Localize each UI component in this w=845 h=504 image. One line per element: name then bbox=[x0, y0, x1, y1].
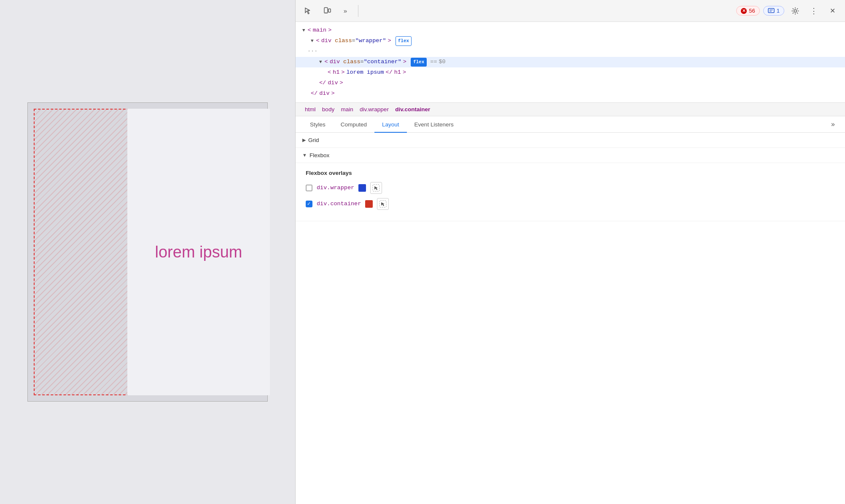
tree-arrow: ▼ bbox=[302, 27, 305, 35]
gear-icon bbox=[791, 7, 799, 15]
flexbox-overlays-title: Flexbox overlays bbox=[306, 170, 835, 176]
close-devtools-button[interactable]: ✕ bbox=[825, 3, 840, 19]
container-overlay-label: div.container bbox=[317, 201, 361, 207]
tree-line-container[interactable]: ▼ <div class="container" > flex == $0 bbox=[296, 57, 845, 67]
wrapper-overlay-checkbox[interactable] bbox=[306, 185, 312, 191]
cursor-icon bbox=[372, 184, 380, 192]
page-frame: lorem ipsum bbox=[27, 102, 268, 402]
tree-line-close-wrapper[interactable]: </div> bbox=[296, 88, 845, 99]
lorem-ipsum-text: lorem ipsum bbox=[155, 243, 242, 261]
chevron-right-icon: » bbox=[344, 7, 347, 14]
more-tools-button[interactable]: » bbox=[338, 3, 353, 19]
tab-event-listeners[interactable]: Event Listeners bbox=[407, 117, 461, 133]
devtools-panel: » ✕ 56 1 ⋮ bbox=[295, 0, 845, 504]
tree-line-close-container[interactable]: </div> bbox=[296, 78, 845, 88]
flexbox-section-content: Flexbox overlays div.wrapper div.contain… bbox=[296, 163, 845, 221]
message-count: 1 bbox=[777, 8, 780, 14]
layout-panel: ▶ Grid ▼ Flexbox Flexbox overlays div.wr… bbox=[296, 133, 845, 504]
breadcrumb-container[interactable]: div.container bbox=[393, 105, 433, 113]
message-icon bbox=[768, 8, 775, 13]
breadcrumb-body[interactable]: body bbox=[320, 105, 337, 113]
tree-line-h1[interactable]: <h1> lorem ipsum </h1> bbox=[296, 67, 845, 78]
wrapper-highlight-button[interactable] bbox=[370, 182, 382, 194]
flexbox-expanded-arrow: ▼ bbox=[302, 153, 307, 158]
breadcrumb-main[interactable]: main bbox=[338, 105, 355, 113]
device-toolbar-button[interactable] bbox=[319, 3, 334, 19]
tree-line-dots[interactable]: ··· bbox=[296, 46, 845, 57]
wrapper-overlay-label: div.wrapper bbox=[317, 185, 354, 191]
breadcrumb: html body main div.wrapper div.container bbox=[296, 103, 845, 116]
breadcrumb-wrapper[interactable]: div.wrapper bbox=[357, 105, 391, 113]
content-area: lorem ipsum bbox=[127, 109, 270, 395]
tab-styles[interactable]: Styles bbox=[302, 117, 333, 133]
svg-point-6 bbox=[794, 10, 797, 12]
message-badge[interactable]: 1 bbox=[763, 6, 784, 16]
container-highlight-button[interactable] bbox=[377, 198, 389, 210]
svg-rect-1 bbox=[328, 9, 331, 12]
grid-section-label: Grid bbox=[308, 137, 319, 143]
tree-arrow: ▼ bbox=[311, 37, 314, 45]
inspect-element-button[interactable] bbox=[301, 3, 316, 19]
cursor-icon bbox=[379, 200, 387, 208]
tree-line-wrapper[interactable]: ▼ <div class="wrapper" > flex bbox=[296, 36, 845, 46]
toolbar-separator bbox=[358, 5, 358, 17]
container-color-swatch[interactable] bbox=[365, 200, 373, 208]
devtools-toolbar: » ✕ 56 1 ⋮ bbox=[296, 0, 845, 22]
container-overlay-checkbox[interactable] bbox=[306, 201, 312, 207]
tree-line-main[interactable]: ▼ <main> bbox=[296, 25, 845, 36]
flexbox-section-label: Flexbox bbox=[309, 152, 329, 158]
breadcrumb-html[interactable]: html bbox=[302, 105, 318, 113]
flex-badge-wrapper: flex bbox=[396, 36, 412, 46]
settings-button[interactable] bbox=[788, 3, 803, 19]
tabs-bar: Styles Computed Layout Event Listeners » bbox=[296, 116, 845, 133]
close-icon: ✕ bbox=[830, 7, 835, 15]
svg-point-2 bbox=[326, 12, 326, 13]
tab-more-button[interactable]: » bbox=[828, 116, 838, 132]
overlay-row-container: div.container bbox=[306, 198, 835, 210]
flexbox-section-header[interactable]: ▼ Flexbox bbox=[296, 148, 845, 163]
html-tree: ▼ <main> ▼ <div class="wrapper" > flex ·… bbox=[296, 22, 845, 103]
tab-computed[interactable]: Computed bbox=[333, 117, 374, 133]
tab-layout[interactable]: Layout bbox=[374, 117, 407, 133]
overlay-row-wrapper: div.wrapper bbox=[306, 182, 835, 194]
tree-arrow: ▼ bbox=[319, 58, 322, 66]
svg-rect-3 bbox=[768, 8, 774, 13]
grid-collapsed-arrow: ▶ bbox=[302, 137, 306, 143]
error-dot-icon: ✕ bbox=[741, 8, 747, 14]
flex-badge-container: flex bbox=[411, 58, 427, 67]
vertical-dots-icon: ⋮ bbox=[810, 6, 818, 16]
error-badge[interactable]: ✕ 56 bbox=[736, 6, 759, 16]
error-count: 56 bbox=[749, 8, 755, 14]
more-options-button[interactable]: ⋮ bbox=[806, 3, 821, 19]
browser-viewport: lorem ipsum bbox=[0, 0, 295, 504]
wrapper-color-swatch[interactable] bbox=[358, 184, 366, 192]
grid-section-header[interactable]: ▶ Grid bbox=[296, 133, 845, 148]
